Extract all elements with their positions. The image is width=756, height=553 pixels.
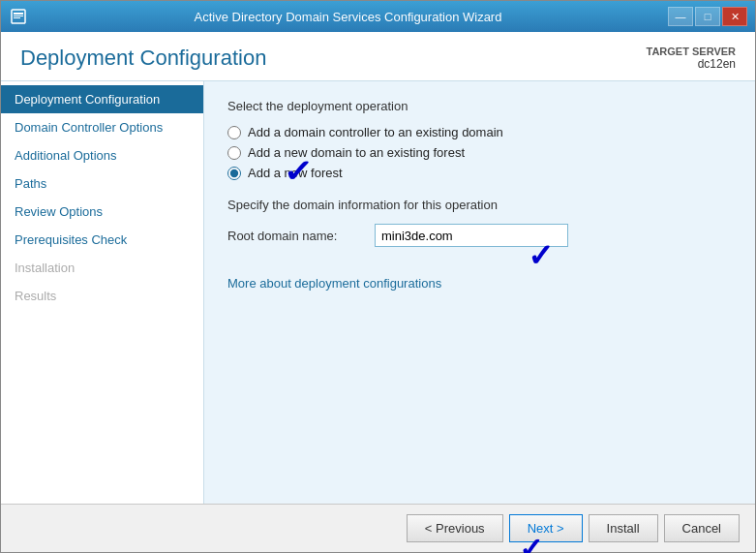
next-button[interactable]: Next >: [509, 514, 583, 542]
maximize-button[interactable]: □: [695, 7, 720, 26]
title-bar: Active Directory Domain Services Configu…: [1, 1, 755, 32]
svg-rect-1: [14, 13, 23, 15]
target-server-label: TARGET SERVER: [647, 46, 737, 57]
radio-new-forest[interactable]: [227, 167, 241, 180]
radio-existing-dc[interactable]: [227, 126, 241, 139]
radio-existing-dc-text: Add a domain controller to an existing d…: [248, 125, 503, 139]
domain-label: Root domain name:: [227, 229, 363, 243]
main-body: Deployment Configuration Domain Controll…: [1, 81, 755, 504]
sidebar-item-results: Results: [1, 282, 203, 310]
window-controls: — □ ✕: [668, 7, 747, 26]
svg-rect-2: [14, 15, 23, 16]
sidebar-item-installation: Installation: [1, 254, 203, 282]
section1-title: Select the deployment operation: [227, 99, 732, 113]
radio-new-forest-text: Add a new forest: [248, 166, 343, 180]
close-button[interactable]: ✕: [722, 7, 747, 26]
section2-title: Specify the domain information for this …: [227, 198, 732, 212]
radio-label-new-domain[interactable]: Add a new domain to an existing forest: [227, 145, 732, 160]
content-panel: Select the deployment operation Add a do…: [204, 81, 755, 504]
page-title: Deployment Configuration: [20, 46, 266, 71]
page-header: Deployment Configuration TARGET SERVER d…: [1, 32, 755, 81]
minimize-button[interactable]: —: [668, 7, 693, 26]
target-server-value: dc12en: [647, 57, 737, 71]
sidebar-item-prereq[interactable]: Prerequisites Check: [1, 226, 203, 254]
radio-new-domain[interactable]: [227, 146, 241, 160]
sidebar-item-dc-options[interactable]: Domain Controller Options: [1, 113, 203, 141]
sidebar-item-paths[interactable]: Paths: [1, 169, 203, 198]
footer: < Previous Next > ✓ Install Cancel: [1, 504, 755, 552]
radio-label-new-forest[interactable]: Add a new forest: [227, 166, 732, 180]
window-icon: [9, 7, 28, 26]
sidebar: Deployment Configuration Domain Controll…: [1, 81, 204, 504]
svg-rect-3: [14, 17, 20, 18]
sidebar-item-review[interactable]: Review Options: [1, 198, 203, 226]
sidebar-item-deployment[interactable]: Deployment Configuration: [1, 85, 203, 113]
radio-label-existing-dc[interactable]: Add a domain controller to an existing d…: [227, 125, 732, 139]
previous-button[interactable]: < Previous: [407, 514, 503, 542]
radio-group: Add a domain controller to an existing d…: [227, 125, 732, 180]
window-title: Active Directory Domain Services Configu…: [28, 10, 668, 24]
cancel-button[interactable]: Cancel: [664, 514, 740, 542]
content-area: Deployment Configuration TARGET SERVER d…: [1, 32, 755, 504]
domain-form-row: Root domain name: ✓: [227, 224, 732, 247]
radio-new-domain-text: Add a new domain to an existing forest: [248, 145, 465, 160]
sidebar-item-additional[interactable]: Additional Options: [1, 141, 203, 169]
install-button[interactable]: Install: [589, 514, 658, 542]
main-window: Active Directory Domain Services Configu…: [0, 0, 756, 553]
more-link[interactable]: More about deployment configurations: [227, 276, 441, 291]
domain-input[interactable]: [375, 224, 568, 247]
target-server-info: TARGET SERVER dc12en: [647, 46, 737, 71]
